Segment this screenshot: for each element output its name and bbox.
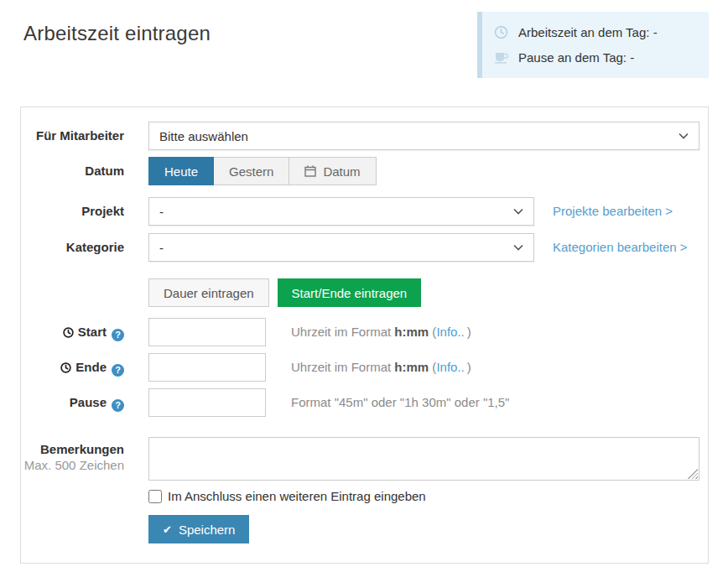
end-input[interactable] xyxy=(148,353,266,382)
clock-icon xyxy=(60,361,71,376)
end-label: Ende xyxy=(75,360,107,374)
end-help-icon[interactable]: ? xyxy=(112,364,124,377)
start-info-link[interactable]: Info.. xyxy=(436,325,464,339)
worktime-summary-row: Arbeitszeit an dem Tag: - xyxy=(494,25,700,39)
chevron-down-icon xyxy=(513,244,523,251)
date-button-group: Heute Gestern Datum xyxy=(148,157,377,185)
project-row: Projekt - Projekte bearbeiten > xyxy=(21,197,708,226)
clock-icon xyxy=(63,326,74,341)
pause-label: Pause xyxy=(70,395,107,409)
time-entry-form: Für Mitarbeiter Bitte auswählen Datum He… xyxy=(20,107,709,564)
date-label: Datum xyxy=(21,157,148,178)
project-label: Projekt xyxy=(21,197,148,218)
end-info-link[interactable]: Info.. xyxy=(436,360,464,374)
date-today-button[interactable]: Heute xyxy=(148,157,214,185)
repeat-entry-row: Im Anschluss einen weiteren Eintrag eing… xyxy=(21,489,708,503)
category-label: Kategorie xyxy=(21,233,148,254)
duration-mode-button[interactable]: Dauer eintragen xyxy=(148,278,269,307)
entry-mode-row: Dauer eintragen Start/Ende eintragen xyxy=(21,278,708,307)
category-select-value: - xyxy=(159,241,164,255)
end-hint: Uhrzeit im Format h:mm (Info..) xyxy=(291,353,471,382)
pause-hint: Format "45m" oder "1h 30m" oder "1,5" xyxy=(291,388,509,417)
textarea-resize-handle[interactable] xyxy=(688,469,698,479)
save-button[interactable]: ✔ Speichern xyxy=(148,515,249,543)
date-pick-button[interactable]: Datum xyxy=(289,157,376,185)
pause-help-icon[interactable]: ? xyxy=(112,399,124,412)
category-select[interactable]: - xyxy=(148,233,534,262)
calendar-icon xyxy=(304,165,316,177)
start-help-icon[interactable]: ? xyxy=(112,329,124,341)
edit-projects-link[interactable]: Projekte bearbeiten > xyxy=(553,197,673,226)
project-select[interactable]: - xyxy=(148,197,534,226)
start-row: Start? Uhrzeit im Format h:mm (Info..) xyxy=(21,318,708,346)
date-pick-button-label: Datum xyxy=(323,164,360,179)
page-header: Arbeitszeit eintragen Arbeitszeit an dem… xyxy=(0,0,728,107)
day-summary-box: Arbeitszeit an dem Tag: - Pause an dem T… xyxy=(477,12,709,78)
employee-row: Für Mitarbeiter Bitte auswählen xyxy=(21,122,708,150)
date-row: Datum Heute Gestern Datum xyxy=(21,157,708,185)
repeat-entry-label: Im Anschluss einen weiteren Eintrag eing… xyxy=(168,489,426,503)
project-select-value: - xyxy=(159,205,164,219)
pause-input[interactable] xyxy=(148,388,266,417)
end-row: Ende? Uhrzeit im Format h:mm (Info..) xyxy=(21,353,708,382)
checkmark-icon: ✔ xyxy=(163,523,172,536)
start-hint: Uhrzeit im Format h:mm (Info..) xyxy=(291,318,471,346)
chevron-down-icon xyxy=(679,133,689,139)
category-row: Kategorie - Kategorien bearbeiten > xyxy=(21,233,708,262)
remarks-textarea[interactable] xyxy=(148,437,699,481)
employee-label: Für Mitarbeiter xyxy=(21,122,148,143)
pause-row: Pause? Format "45m" oder "1h 30m" oder "… xyxy=(21,388,708,417)
pause-summary-row: Pause an dem Tag: - xyxy=(494,50,700,65)
save-row: ✔ Speichern xyxy=(21,515,708,543)
remarks-row: Bemerkungen Max. 500 Zeichen xyxy=(21,437,708,481)
repeat-entry-checkbox[interactable] xyxy=(148,490,162,503)
save-button-label: Speichern xyxy=(179,523,236,537)
edit-categories-link[interactable]: Kategorien bearbeiten > xyxy=(553,233,688,262)
start-label: Start xyxy=(78,325,107,339)
pause-summary-text: Pause an dem Tag: - xyxy=(518,50,634,65)
coffee-icon xyxy=(494,51,510,65)
remarks-limit-label: Max. 500 Zeichen xyxy=(21,457,124,473)
start-end-mode-button[interactable]: Start/Ende eintragen xyxy=(278,278,422,307)
chevron-down-icon xyxy=(513,208,523,215)
remarks-label: Bemerkungen xyxy=(21,441,124,457)
date-yesterday-button[interactable]: Gestern xyxy=(213,157,289,185)
worktime-summary-text: Arbeitszeit an dem Tag: - xyxy=(518,25,658,39)
clock-icon xyxy=(494,26,510,39)
employee-select[interactable]: Bitte auswählen xyxy=(148,122,699,150)
start-input[interactable] xyxy=(148,318,266,346)
employee-select-value: Bitte auswählen xyxy=(159,129,248,143)
